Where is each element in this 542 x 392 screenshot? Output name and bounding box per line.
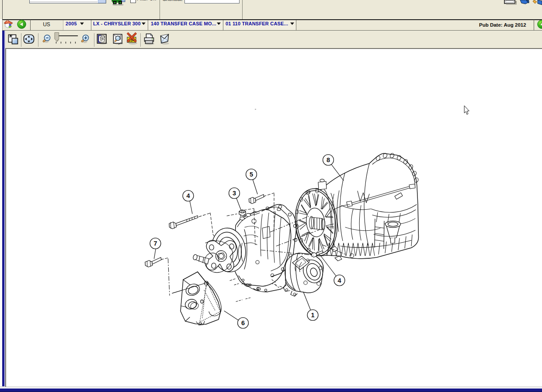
svg-text:4: 4 — [186, 192, 190, 199]
svg-text:1: 1 — [311, 312, 314, 319]
svg-text:5: 5 — [250, 171, 253, 178]
svg-text:6: 6 — [241, 319, 245, 326]
svg-text:3: 3 — [233, 190, 236, 197]
svg-text:4: 4 — [337, 277, 341, 284]
svg-text:8: 8 — [327, 156, 330, 163]
svg-text:7: 7 — [153, 240, 157, 247]
